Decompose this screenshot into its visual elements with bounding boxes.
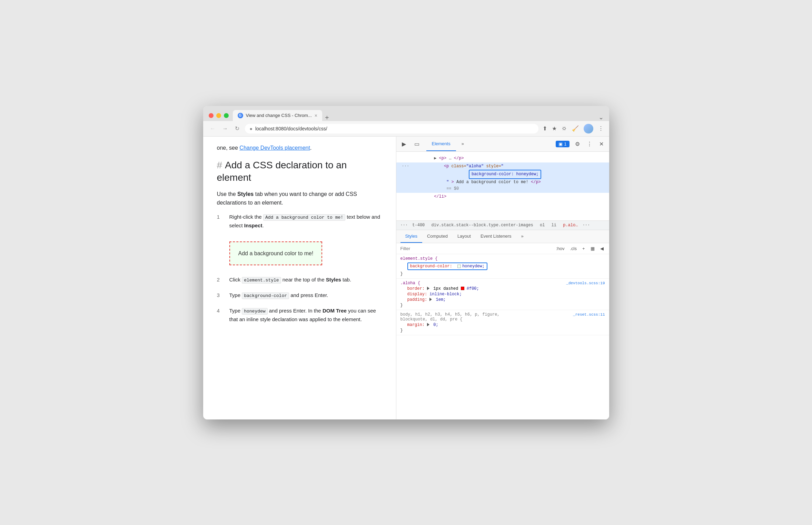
bg-color-declaration[interactable]: background-color: honeydew; — [407, 262, 487, 270]
subtab-more[interactable]: » — [516, 230, 528, 243]
devtools-header: ▶ ▭ Elements » ▣ 1 ⚙ ⋮ ✕ — [396, 137, 609, 152]
menu-icon[interactable]: ⋮ — [598, 125, 604, 132]
element-picker-button[interactable]: ▶ — [400, 139, 407, 149]
reset-selector: body, h1, h2, h3, h4, h5, h6, p, figure, — [400, 312, 500, 317]
avatar[interactable] — [584, 124, 593, 133]
reset-source[interactable]: _reset.scss:11 — [573, 313, 605, 317]
color-swatch-red[interactable] — [461, 287, 464, 290]
back-button[interactable]: ← — [209, 124, 217, 133]
margin-expand-icon[interactable] — [427, 323, 429, 326]
reload-button[interactable]: ↻ — [234, 124, 241, 133]
badge-count: 1 — [564, 141, 566, 147]
url-text: localhost:8080/docs/devtools/css/ — [255, 126, 327, 131]
dom-text-content: Add a background color to me! — [456, 180, 528, 185]
aloha-display-line: display: inline-block; — [400, 292, 605, 297]
inspect-button[interactable]: ◀ — [599, 245, 605, 252]
dom-bg-prop: background-color: honeydew; — [472, 171, 538, 178]
minimize-button[interactable] — [216, 113, 221, 118]
bc-ol[interactable]: ol — [540, 223, 545, 228]
tab-favicon: G — [238, 113, 243, 118]
step-num-4: 4 — [217, 307, 224, 315]
bookmark-icon[interactable]: ★ — [552, 125, 557, 132]
maximize-button[interactable] — [224, 113, 229, 118]
styles-filter-input[interactable] — [400, 246, 552, 251]
tab-close-button[interactable]: × — [315, 113, 317, 118]
dom-p-tag: <p — [444, 164, 449, 169]
page-heading: Add a CSS declaration to an element — [217, 159, 382, 184]
dom-ellipsis: … — [449, 156, 451, 161]
aloha-rule-header: .aloha { _devtools.scss:19 — [400, 281, 605, 286]
extensions-icon[interactable]: ⛭ — [562, 126, 567, 132]
new-tab-button[interactable]: + — [322, 114, 332, 121]
subtab-layout[interactable]: Layout — [453, 230, 476, 243]
aloha-rule: .aloha { _devtools.scss:19 border: 1px d… — [396, 279, 609, 310]
devtools-settings-button[interactable]: ⚙ — [574, 139, 581, 149]
traffic-lights — [209, 113, 229, 118]
aloha-selector: .aloha { — [400, 281, 420, 286]
aloha-source[interactable]: _devtools.scss:19 — [566, 281, 605, 285]
devtools-close-button[interactable]: ✕ — [598, 139, 605, 149]
dom-line-selected[interactable]: ··· <p class="aloha" style=" background-… — [396, 162, 609, 193]
tab-more[interactable]: » — [456, 137, 469, 151]
dom-line-1: ▶ <p> … </p> — [396, 155, 609, 162]
hov-button[interactable]: :hov — [555, 245, 566, 252]
console-badge[interactable]: ▣ 1 — [556, 141, 569, 147]
bg-color-prop: background-color: — [410, 264, 452, 269]
dom-breadcrumb: ··· t-400 div.stack.stack--block.type.ce… — [396, 221, 609, 230]
step2-code: element.style — [242, 277, 281, 284]
breadcrumb-link[interactable]: Change DevTools placement — [239, 145, 310, 151]
margin-value: 0; — [433, 323, 438, 327]
webpage-panel: one, see Change DevTools placement. Add … — [203, 137, 396, 419]
share-icon[interactable]: ⬆ — [543, 125, 547, 132]
device-toggle-button[interactable]: ▭ — [413, 139, 421, 149]
cls-button[interactable]: .cls — [568, 245, 578, 252]
subtab-styles[interactable]: Styles — [400, 230, 422, 243]
dom-class-val: "aloha" — [466, 164, 484, 169]
close-button[interactable] — [209, 113, 214, 118]
tab-elements[interactable]: Elements — [426, 137, 456, 151]
step-3: 3 Type background-color and press Enter. — [217, 291, 382, 300]
step-4-content: Type honeydew and press Enter. In the DO… — [229, 307, 382, 324]
dom-bg-highlight: background-color: honeydew; — [469, 170, 541, 179]
dom-close-p2: </p> — [531, 180, 541, 185]
subtab-event-listeners[interactable]: Event Listeners — [476, 230, 516, 243]
dom-dots: ··· — [402, 164, 442, 169]
devtools-panel: ▶ ▭ Elements » ▣ 1 ⚙ ⋮ ✕ — [396, 137, 609, 419]
demo-box[interactable]: Add a background color to me! — [229, 241, 323, 266]
url-bar[interactable]: ● localhost:8080/docs/devtools/css/ — [245, 124, 538, 133]
dom-line-li: </li> — [396, 193, 609, 201]
forward-button[interactable]: → — [221, 124, 229, 133]
active-tab[interactable]: G View and change CSS - Chrom... × — [233, 110, 322, 121]
breadcrumb-text: one, see Change DevTools placement. — [217, 143, 382, 152]
reset-rule: body, h1, h2, h3, h4, h5, h6, p, figure,… — [396, 310, 609, 335]
intro-paragraph: Use the Styles tab when you want to chan… — [217, 190, 382, 207]
devtools-tabs: Elements » — [426, 137, 551, 151]
main-content: one, see Change DevTools placement. Add … — [203, 137, 609, 419]
step-num-2: 2 — [217, 276, 224, 284]
dom-style-quote: " — [501, 164, 504, 169]
console-icon: ▣ — [558, 141, 563, 147]
display-value: inline-block; — [429, 292, 462, 297]
tab-title: View and change CSS - Chrom... — [246, 113, 312, 118]
bc-li[interactable]: li — [552, 223, 556, 228]
display-prop: display: — [407, 292, 427, 297]
padding-expand-icon[interactable] — [429, 298, 432, 301]
subtab-computed[interactable]: Computed — [422, 230, 453, 243]
bc-p[interactable]: p.alo… — [563, 223, 578, 228]
bc-t400[interactable]: t-400 — [412, 223, 425, 228]
dom-equals: == $0 — [446, 186, 459, 191]
color-swatch-honeydew[interactable] — [457, 265, 461, 268]
bc-div[interactable]: div.stack.stack--block.type.center-image… — [432, 223, 533, 228]
dom-style-attr: style= — [486, 164, 501, 169]
border-expand-icon[interactable] — [427, 287, 429, 290]
new-style-sheet-button[interactable]: ▦ — [589, 245, 596, 252]
title-bar: G View and change CSS - Chrom... × + ⌄ — [203, 106, 609, 121]
address-bar: ← → ↻ ● localhost:8080/docs/devtools/css… — [203, 121, 609, 137]
padding-prop: padding: — [407, 297, 427, 302]
styles-filter-right: :hov .cls + ▦ ◀ — [555, 245, 605, 252]
add-rule-button[interactable]: + — [581, 245, 586, 252]
profile-icon[interactable]: 🧹 — [572, 125, 579, 132]
step-2-content: Click element.style near the top of the … — [229, 276, 351, 284]
secure-icon: ● — [250, 126, 252, 131]
devtools-more-button[interactable]: ⋮ — [585, 139, 594, 149]
